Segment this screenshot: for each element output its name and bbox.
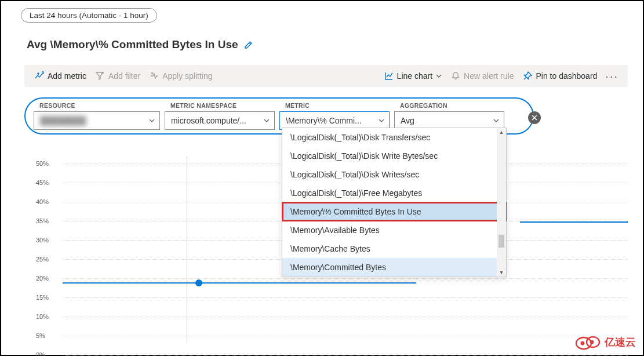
metric-dropdown-panel: \LogicalDisk(_Total)\Disk Transfers/sec …	[282, 128, 507, 277]
pin-label: Pin to dashboard	[536, 71, 597, 81]
namespace-label: METRIC NAMESPACE	[170, 102, 275, 109]
metric-option[interactable]: \LogicalDisk(_Total)\Disk Transfers/sec	[282, 128, 506, 147]
new-alert-label: New alert rule	[464, 71, 514, 81]
watermark-text: 亿速云	[605, 335, 636, 349]
apply-splitting-label: Apply splitting	[162, 71, 212, 81]
pin-icon	[523, 71, 532, 81]
scroll-up-icon[interactable]: ▲	[499, 128, 504, 136]
gridline	[63, 297, 628, 298]
aggregation-label: AGGREGATION	[400, 102, 504, 109]
apply-splitting-button[interactable]: Apply splitting	[145, 69, 217, 83]
resource-dropdown[interactable]: ████████	[34, 111, 160, 130]
y-tick-label: 40%	[36, 198, 49, 205]
namespace-dropdown[interactable]: microsoft.compute/...	[165, 111, 275, 130]
add-metric-icon	[35, 71, 44, 81]
bell-icon	[451, 71, 460, 81]
y-tick-label: 20%	[36, 275, 49, 282]
chevron-down-icon	[149, 118, 155, 123]
y-tick-label: 50%	[36, 160, 49, 167]
y-tick-label: 25%	[36, 256, 49, 263]
svg-point-2	[581, 342, 584, 344]
more-button[interactable]: ···	[602, 70, 622, 83]
chart-series-line	[63, 282, 416, 284]
y-tick-label: 5%	[36, 332, 45, 339]
add-filter-label: Add filter	[108, 71, 140, 81]
resource-label: RESOURCE	[39, 102, 160, 109]
time-range-pill[interactable]: Last 24 hours (Automatic - 1 hour)	[21, 8, 157, 23]
y-tick-label: 0%	[36, 351, 45, 356]
metric-option[interactable]: \Memory\Available Bytes	[282, 221, 506, 239]
gridline	[63, 355, 628, 355]
chevron-down-icon	[436, 73, 442, 79]
remove-metric-button[interactable]	[528, 111, 541, 124]
pin-button[interactable]: Pin to dashboard	[518, 69, 602, 83]
scroll-down-icon[interactable]: ▼	[499, 268, 504, 277]
chart-crosshair-point	[195, 279, 202, 286]
aggregation-value: Avg	[401, 116, 414, 125]
filter-icon	[96, 71, 105, 81]
gridline	[63, 317, 628, 317]
metric-option[interactable]: \Memory\Cache Bytes	[282, 239, 506, 258]
add-metric-label: Add metric	[48, 71, 86, 81]
y-tick-label: 45%	[36, 179, 49, 186]
metric-option[interactable]: \LogicalDisk(_Total)\Disk Write Bytes/se…	[282, 147, 506, 165]
metric-value: \Memory\% Commi...	[286, 116, 362, 125]
metric-option[interactable]: \Memory\Committed Bytes	[282, 258, 506, 277]
svg-point-3	[591, 341, 593, 343]
scrollbar[interactable]: ▲ ▼	[497, 128, 506, 277]
namespace-value: microsoft.compute/...	[171, 116, 246, 125]
chevron-down-icon	[379, 118, 384, 123]
y-tick-label: 30%	[36, 237, 49, 244]
split-icon	[150, 71, 159, 81]
page-title: Avg \Memory\% Committed Bytes In Use	[27, 38, 238, 51]
add-metric-button[interactable]: Add metric	[30, 69, 91, 83]
watermark: 亿速云	[574, 334, 636, 350]
add-filter-button[interactable]: Add filter	[91, 69, 145, 83]
y-tick-label: 10%	[36, 313, 49, 320]
chart-type-dropdown[interactable]: Line chart	[380, 69, 446, 83]
y-tick-label: 15%	[36, 294, 49, 301]
chart-series-line	[520, 221, 628, 223]
gridline	[63, 336, 628, 336]
chart-cursor-line	[187, 157, 187, 343]
line-chart-icon	[384, 71, 394, 81]
chevron-down-icon	[264, 118, 270, 123]
metric-label: METRIC	[285, 102, 390, 109]
metric-option[interactable]: \LogicalDisk(_Total)\Disk Writes/sec	[282, 165, 506, 184]
new-alert-button[interactable]: New alert rule	[446, 69, 518, 83]
watermark-icon	[574, 334, 601, 350]
gridline	[63, 278, 628, 279]
edit-icon[interactable]	[244, 40, 253, 49]
chart-type-label: Line chart	[397, 71, 432, 81]
metric-option-selected[interactable]: \Memory\% Committed Bytes In Use	[282, 202, 506, 221]
toolbar: Add metric Add filter Apply splitting Li…	[24, 65, 628, 87]
chevron-down-icon	[493, 118, 499, 123]
close-icon	[531, 114, 538, 121]
scroll-thumb[interactable]	[499, 235, 504, 248]
y-tick-label: 35%	[36, 217, 49, 224]
metric-option[interactable]: \LogicalDisk(_Total)\Free Megabytes	[282, 184, 506, 202]
